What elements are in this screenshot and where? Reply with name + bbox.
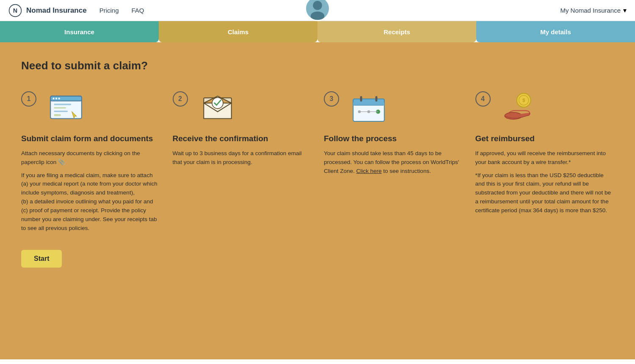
tab-mydetails[interactable]: My details xyxy=(476,21,635,42)
svg-rect-12 xyxy=(54,114,61,116)
step-2-title: Receive the confirmation xyxy=(173,134,312,144)
step-1-icon-container xyxy=(43,89,89,127)
start-button[interactable]: Start xyxy=(21,250,62,268)
tab-claims[interactable]: Claims xyxy=(159,21,318,42)
svg-rect-19 xyxy=(375,96,378,101)
tab-receipts[interactable]: Receipts xyxy=(318,21,476,42)
main-content: Need to submit a claim? 1 xyxy=(0,42,635,359)
logo-text: Nomad Insurance xyxy=(26,6,87,15)
svg-rect-17 xyxy=(353,102,384,105)
step-1-number: 1 xyxy=(21,91,36,107)
step-1-desc-p2: If you are filing a medical claim, make … xyxy=(21,171,160,233)
svg-rect-11 xyxy=(54,111,68,112)
svg-point-2 xyxy=(313,1,322,10)
avatar-image xyxy=(306,0,329,21)
step-3-icon-container xyxy=(345,89,392,127)
page-title: Need to submit a claim? xyxy=(21,59,614,72)
svg-text:$: $ xyxy=(522,98,525,103)
step-2: 2 Receive the confirmation xyxy=(173,89,312,268)
svg-point-6 xyxy=(53,98,55,99)
step-1: 1 xyxy=(21,89,160,268)
svg-point-3 xyxy=(311,11,324,21)
confirmation-email-icon xyxy=(199,91,237,125)
step-3-number: 3 xyxy=(324,91,339,107)
step-4-header: 4 $ xyxy=(475,89,614,127)
svg-rect-9 xyxy=(54,104,71,105)
tab-insurance[interactable]: Insurance xyxy=(0,21,159,42)
step-3-title: Follow the process xyxy=(324,134,463,144)
svg-rect-5 xyxy=(50,96,82,101)
step-3: 3 xyxy=(324,89,463,268)
my-account-label: My Nomad Insurance xyxy=(560,7,621,14)
step-4-number: 4 xyxy=(475,91,491,107)
calendar-icon xyxy=(350,91,388,125)
step-1-title: Submit claim form and documents xyxy=(21,134,160,144)
step-4-desc-p2: *If your claim is less than the USD $250… xyxy=(475,171,614,216)
header: N Nomad Insurance Pricing FAQ My Nomad I… xyxy=(0,0,635,21)
step-4-desc-p1: If approved, you will receive the reimbu… xyxy=(475,149,614,167)
step-3-desc: Your claim should take less than 45 days… xyxy=(324,149,463,180)
step-4-desc: If approved, you will receive the reimbu… xyxy=(475,149,614,219)
dropdown-icon: ▾ xyxy=(623,6,627,14)
step-1-desc: Attach necessary documents by clicking o… xyxy=(21,149,160,237)
nav-pricing[interactable]: Pricing xyxy=(99,7,119,14)
step-3-header: 3 xyxy=(324,89,463,127)
step-3-desc-p1: Your claim should take less than 45 days… xyxy=(324,149,463,176)
start-button-container: Start xyxy=(21,250,160,268)
submit-form-icon xyxy=(47,91,85,125)
svg-text:N: N xyxy=(13,7,17,14)
svg-point-7 xyxy=(55,98,57,99)
svg-rect-10 xyxy=(54,107,66,109)
step-2-desc-p1: Wait up to 3 business days for a confirm… xyxy=(173,149,312,167)
avatar xyxy=(305,0,330,21)
step-1-desc-p1: Attach necessary documents by clicking o… xyxy=(21,149,160,167)
reimbursed-icon: $ xyxy=(501,91,539,125)
svg-point-8 xyxy=(58,98,60,99)
nomad-logo-icon: N xyxy=(8,4,22,17)
step-1-header: 1 xyxy=(21,89,160,127)
step-4-title: Get reimbursed xyxy=(475,134,614,144)
steps-grid: 1 xyxy=(21,89,614,268)
step-2-icon-container xyxy=(194,89,241,127)
avatar-circle xyxy=(305,0,330,21)
my-account-menu[interactable]: My Nomad Insurance ▾ xyxy=(560,6,627,14)
main-nav: Pricing FAQ xyxy=(99,7,144,14)
step-2-number: 2 xyxy=(173,91,188,107)
click-here-link[interactable]: Click here xyxy=(356,168,382,174)
step-2-header: 2 xyxy=(173,89,312,127)
step-4: 4 $ Get reimbursed xyxy=(475,89,614,268)
logo-link[interactable]: N Nomad Insurance xyxy=(8,4,87,17)
svg-rect-18 xyxy=(360,96,362,101)
step-4-icon-container: $ xyxy=(497,89,544,127)
step-2-desc: Wait up to 3 business days for a confirm… xyxy=(173,149,312,171)
nav-faq[interactable]: FAQ xyxy=(132,7,144,14)
tabs-nav: Insurance Claims Receipts My details xyxy=(0,21,635,42)
